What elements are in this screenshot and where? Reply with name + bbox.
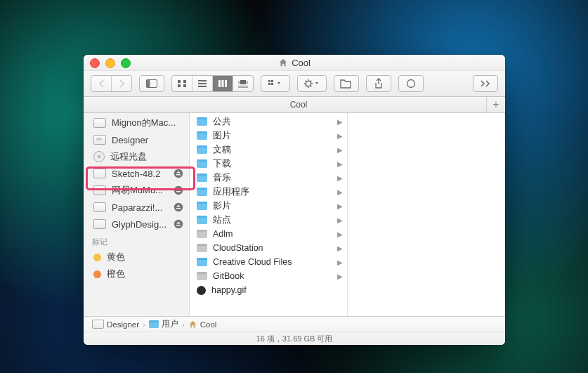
- new-tab-button[interactable]: +: [486, 97, 505, 112]
- file-row[interactable]: 音乐▶: [190, 171, 347, 185]
- eject-icon[interactable]: [174, 202, 183, 212]
- file-name: 文稿: [213, 144, 332, 156]
- sidebar: Mignon的Mac...Designer远程光盘Sketch-48.2网易Mu…: [84, 113, 190, 316]
- svg-point-31: [174, 169, 183, 178]
- sidebar-item[interactable]: Sketch-48.2: [84, 165, 189, 182]
- eject-icon[interactable]: [174, 185, 183, 195]
- column-view: 公共▶图片▶文稿▶下载▶音乐▶应用程序▶影片▶站点▶Adlm▶CloudStat…: [190, 113, 505, 316]
- arrange-menu[interactable]: [261, 75, 290, 92]
- minimize-button[interactable]: [105, 58, 115, 68]
- tab-label[interactable]: Cool: [290, 100, 308, 110]
- share-button[interactable]: [366, 75, 391, 92]
- svg-rect-17: [268, 80, 270, 82]
- forward-button[interactable]: [111, 76, 131, 91]
- svg-rect-1: [147, 80, 150, 88]
- finder-window: Cool: [84, 55, 505, 345]
- eject-icon[interactable]: [174, 169, 183, 178]
- svg-point-32: [174, 186, 183, 195]
- svg-rect-3: [183, 80, 186, 83]
- chevron-right-icon: ▶: [337, 244, 343, 252]
- chevron-right-icon: ▶: [337, 174, 343, 182]
- sidebar-item[interactable]: 网易MuMu...: [84, 182, 189, 199]
- svg-point-33: [174, 203, 183, 211]
- file-name: happy.gif: [211, 285, 343, 295]
- path-bar[interactable]: Designer›用户›Cool: [84, 317, 505, 332]
- folder-icon: [197, 272, 207, 280]
- tab-bar: Cool +: [84, 97, 505, 113]
- sidebar-item[interactable]: GlyphDesig...: [84, 216, 189, 233]
- svg-point-34: [174, 220, 183, 228]
- file-column-1[interactable]: 公共▶图片▶文稿▶下载▶音乐▶应用程序▶影片▶站点▶Adlm▶CloudStat…: [190, 113, 348, 316]
- breadcrumb-item[interactable]: 用户: [149, 319, 178, 329]
- tag-color-icon: [93, 254, 101, 261]
- file-row[interactable]: 应用程序▶: [190, 185, 347, 199]
- sidebar-toggle[interactable]: [139, 75, 164, 92]
- breadcrumb-separator: ›: [182, 320, 185, 329]
- file-row[interactable]: 影片▶: [190, 199, 347, 213]
- toolbar-overflow[interactable]: [473, 75, 498, 92]
- sidebar-tag[interactable]: 橙色: [84, 266, 189, 282]
- svg-rect-19: [268, 83, 270, 85]
- file-row[interactable]: 站点▶: [190, 213, 347, 227]
- file-name: GitBook: [213, 271, 332, 281]
- file-name: 音乐: [213, 172, 332, 184]
- tags-button[interactable]: [398, 75, 424, 92]
- sidebar-item[interactable]: 远程光盘: [84, 148, 189, 165]
- chevron-right-icon: ▶: [337, 230, 343, 238]
- file-row[interactable]: happy.gif: [190, 283, 347, 297]
- svg-rect-4: [178, 84, 181, 87]
- view-column-button[interactable]: [212, 76, 233, 91]
- file-name: 图片: [213, 130, 332, 142]
- action-menu[interactable]: [297, 75, 327, 92]
- breadcrumb-item[interactable]: Designer: [92, 320, 139, 329]
- file-row[interactable]: CloudStation▶: [190, 241, 347, 255]
- svg-rect-2: [178, 80, 181, 83]
- svg-rect-10: [222, 80, 224, 87]
- breadcrumb-item[interactable]: Cool: [188, 320, 217, 329]
- svg-rect-12: [240, 80, 246, 84]
- window-body: Mignon的Mac...Designer远程光盘Sketch-48.2网易Mu…: [84, 113, 505, 316]
- file-column-2[interactable]: [348, 113, 505, 316]
- svg-rect-7: [198, 83, 207, 84]
- file-row[interactable]: 公共▶: [190, 114, 347, 129]
- image-file-icon: [197, 286, 206, 295]
- sidebar-item-label: Sketch-48.2: [112, 169, 168, 179]
- new-folder-button[interactable]: [334, 75, 359, 92]
- file-row[interactable]: 文稿▶: [190, 143, 347, 157]
- folder-icon: [197, 244, 207, 252]
- toolbar: [84, 71, 505, 97]
- view-list-button[interactable]: [192, 76, 212, 91]
- chevron-right-icon: ▶: [337, 216, 343, 224]
- window-title-text: Cool: [292, 58, 311, 68]
- sidebar-tag-label: 橙色: [107, 268, 183, 280]
- view-coverflow-button[interactable]: [233, 76, 253, 91]
- sidebar-item-label: GlyphDesig...: [112, 219, 168, 230]
- disk-icon: [93, 202, 106, 212]
- home-icon: [278, 58, 288, 67]
- folder-icon: [197, 188, 207, 196]
- sidebar-item[interactable]: Paparazzi!...: [84, 199, 189, 216]
- sidebar-tag[interactable]: 黄色: [84, 249, 189, 266]
- file-row[interactable]: 图片▶: [190, 129, 347, 143]
- svg-rect-20: [271, 83, 273, 85]
- titlebar[interactable]: Cool: [84, 55, 505, 71]
- folder-icon: [197, 202, 207, 210]
- folder-icon: [197, 145, 207, 154]
- file-row[interactable]: GitBook▶: [190, 269, 347, 283]
- file-row[interactable]: 下载▶: [190, 157, 347, 171]
- eject-icon[interactable]: [174, 219, 183, 229]
- chevron-right-icon: ▶: [337, 259, 343, 266]
- file-row[interactable]: Creative Cloud Files▶: [190, 255, 347, 269]
- close-button[interactable]: [90, 58, 100, 68]
- breadcrumb-separator: ›: [143, 320, 145, 329]
- back-button[interactable]: [91, 76, 111, 91]
- sidebar-item-label: 网易MuMu...: [112, 184, 168, 197]
- folder-icon: [197, 258, 207, 266]
- disk-icon: [93, 185, 106, 195]
- zoom-button[interactable]: [121, 58, 131, 68]
- folder-icon: [149, 320, 159, 328]
- sidebar-item[interactable]: Mignon的Mac...: [84, 114, 189, 131]
- file-row[interactable]: Adlm▶: [190, 227, 347, 241]
- view-icon-button[interactable]: [172, 76, 192, 91]
- sidebar-item[interactable]: Designer: [84, 131, 189, 148]
